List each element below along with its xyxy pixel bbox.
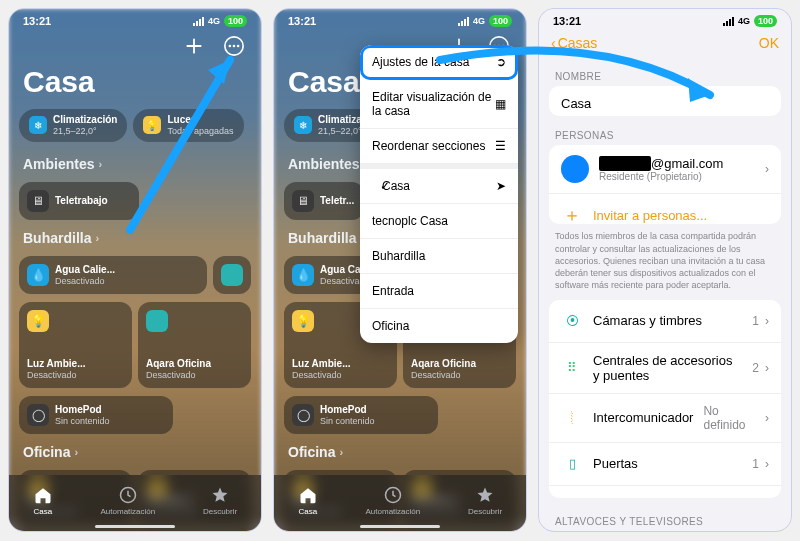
card-agua[interactable]: 💧 Agua Calie...Desactivado — [19, 256, 207, 294]
email-redacted: xxxxxxxx — [599, 156, 651, 171]
card-homepod[interactable]: ◯ HomePodSin contenido — [19, 396, 173, 434]
display-icon: 🖥 — [292, 190, 314, 212]
menu-room-entrada[interactable]: Entrada — [360, 274, 518, 309]
hub-icon: ⠿ — [561, 357, 583, 379]
section-oficina[interactable]: Oficina› — [274, 438, 526, 466]
invite-row[interactable]: ＋ Invitar a personas... — [549, 194, 781, 224]
bulb-icon: 💡 — [27, 310, 49, 332]
more-menu: Ajustes de la casa➲ Editar visualización… — [360, 45, 518, 343]
sensor-icon: ◧ — [561, 496, 583, 498]
camera-icon: ⦿ — [561, 310, 583, 332]
menu-room-casa[interactable]: Casa➤ — [360, 169, 518, 204]
section-buhardilla[interactable]: Buhardilla› — [9, 224, 261, 252]
row-camaras[interactable]: ⦿ Cámaras y timbres 1› — [549, 300, 781, 343]
group-altavoces: ALTAVOCES Y TELEVISORES — [539, 498, 791, 531]
add-button[interactable] — [181, 33, 207, 59]
list-icon: ☰ — [495, 139, 506, 153]
arrow-circle-icon: ➲ — [496, 55, 506, 69]
homepod-icon: ◯ — [292, 404, 314, 426]
sensor-icon — [146, 310, 168, 332]
pill-lights[interactable]: 💡 LucesTodas apagadas — [133, 109, 243, 142]
svg-point-2 — [233, 45, 236, 48]
row-intercom[interactable]: ⦚ Intercomunicador No definido› — [549, 394, 781, 443]
menu-reordenar[interactable]: Reordenar secciones☰ — [360, 129, 518, 164]
grid-icon: ▦ — [495, 97, 506, 111]
tab-casa[interactable]: Casa — [33, 485, 53, 516]
avatar — [561, 155, 589, 183]
row-centrales[interactable]: ⠿ Centrales de accesorios y puentes 2› — [549, 343, 781, 394]
home-indicator — [360, 525, 440, 528]
screen-settings: 13:21 4G100 ‹Casas OK NOMBRE Casa PERSON… — [538, 8, 792, 532]
more-button[interactable] — [221, 33, 247, 59]
pill-climate[interactable]: ❄ Climatización21,5–22,0° — [19, 109, 127, 142]
location-icon: ➤ — [496, 179, 506, 193]
signal-icon — [458, 17, 469, 26]
tab-casa[interactable]: Casa — [298, 485, 318, 516]
card-teletrabajo[interactable]: 🖥Teletr... — [284, 182, 364, 220]
tab-auto[interactable]: Automatización — [101, 485, 156, 516]
screen-home-menu: 13:21 4G100 Casa ❄Climatización21,5–22,0… — [273, 8, 527, 532]
battery-icon: 100 — [224, 15, 247, 27]
row-puertas[interactable]: ▯ Puertas 1› — [549, 443, 781, 486]
star-icon — [475, 485, 495, 505]
chevron-right-icon: › — [765, 411, 769, 425]
battery-icon: 100 — [754, 15, 777, 27]
card-homepod[interactable]: ◯HomePodSin contenido — [284, 396, 438, 434]
section-ambientes[interactable]: Ambientes› — [9, 150, 261, 178]
group-nombre: NOMBRE — [539, 57, 791, 86]
door-icon: ▯ — [561, 453, 583, 475]
climate-icon: ❄ — [29, 116, 47, 134]
tab-descubrir[interactable]: Descubrir — [203, 485, 237, 516]
svg-point-3 — [237, 45, 240, 48]
card-aqara-small[interactable] — [213, 256, 251, 294]
status-bar: 13:21 4G100 — [274, 9, 526, 29]
status-network: 4G — [208, 16, 220, 26]
menu-ajustes[interactable]: Ajustes de la casa➲ — [360, 45, 518, 80]
clock-icon — [118, 485, 138, 505]
star-icon — [210, 485, 230, 505]
svg-point-1 — [229, 45, 232, 48]
person-row[interactable]: xxxxxxxx@gmail.com Residente (Propietari… — [549, 145, 781, 194]
home-indicator — [95, 525, 175, 528]
bulb-icon: 💡 — [292, 310, 314, 332]
signal-icon — [723, 17, 734, 26]
climate-icon: ❄ — [294, 116, 312, 134]
group-personas: PERSONAS — [539, 116, 791, 145]
chevron-left-icon: ‹ — [551, 35, 556, 51]
water-icon: 💧 — [292, 264, 314, 286]
chevron-right-icon: › — [765, 361, 769, 375]
plus-icon: ＋ — [561, 204, 583, 224]
chevron-right-icon: › — [99, 158, 103, 170]
homepod-icon: ◯ — [27, 404, 49, 426]
tab-descubrir[interactable]: Descubrir — [468, 485, 502, 516]
menu-room-oficina[interactable]: Oficina — [360, 309, 518, 343]
status-bar: 13:21 4G 100 — [9, 9, 261, 29]
menu-room-tecnoplc[interactable]: tecnoplc Casa — [360, 204, 518, 239]
ok-button[interactable]: OK — [759, 35, 779, 51]
screen-home: 13:21 4G 100 Casa ❄ Climatización21,5–22… — [8, 8, 262, 532]
tab-bar: Casa Automatización Descubrir — [9, 475, 261, 531]
card-aqara[interactable]: Aqara OficinaDesactivado — [138, 302, 251, 388]
chevron-right-icon: › — [765, 457, 769, 471]
back-button[interactable]: ‹Casas — [551, 35, 597, 51]
clock-icon — [383, 485, 403, 505]
name-field[interactable]: Casa — [549, 86, 781, 116]
personas-hint: Todos los miembros de la casa compartida… — [539, 224, 791, 291]
display-icon: 🖥 — [27, 190, 49, 212]
menu-room-buhardilla[interactable]: Buhardilla — [360, 239, 518, 274]
chevron-right-icon: › — [95, 232, 99, 244]
chevron-right-icon: › — [765, 314, 769, 328]
status-time: 13:21 — [23, 15, 51, 27]
menu-editar[interactable]: Editar visualización de la casa▦ — [360, 80, 518, 129]
chevron-right-icon: › — [74, 446, 78, 458]
card-teletrabajo[interactable]: 🖥 Teletrabajo — [19, 182, 139, 220]
house-icon — [33, 485, 53, 505]
section-oficina[interactable]: Oficina› — [9, 438, 261, 466]
bulb-icon: 💡 — [143, 116, 161, 134]
row-sensores[interactable]: ◧ Sensores 2› — [549, 486, 781, 498]
status-bar: 13:21 4G100 — [539, 9, 791, 29]
tab-auto[interactable]: Automatización — [366, 485, 421, 516]
house-icon — [298, 485, 318, 505]
water-icon: 💧 — [27, 264, 49, 286]
card-luz[interactable]: 💡 Luz Ambie...Desactivado — [19, 302, 132, 388]
